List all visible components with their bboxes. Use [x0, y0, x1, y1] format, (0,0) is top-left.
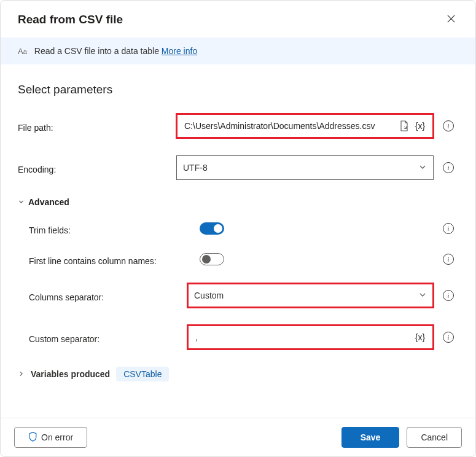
shield-icon	[28, 432, 37, 443]
separator-row: Columns separator: Custom i	[29, 283, 458, 308]
info-icon[interactable]: i	[443, 120, 454, 131]
separator-select[interactable]: Custom	[187, 283, 434, 308]
more-info-link[interactable]: More info	[162, 46, 197, 56]
variable-picker-icon[interactable]: {x}	[413, 119, 427, 133]
encoding-label: Encoding:	[18, 161, 171, 174]
separator-label: Columns separator:	[29, 289, 182, 302]
save-button[interactable]: Save	[341, 427, 400, 448]
chevron-down-icon	[418, 291, 427, 301]
dialog-header: Read from CSV file	[1, 1, 475, 37]
trim-row: Trim fields: i	[29, 222, 458, 235]
file-path-input[interactable]	[183, 120, 395, 131]
trim-toggle[interactable]	[200, 222, 224, 235]
custom-separator-row: Custom separator: {x} i	[29, 325, 458, 350]
info-icon[interactable]: i	[443, 332, 454, 343]
file-picker-icon[interactable]	[397, 119, 411, 133]
first-line-label: First line contains column names:	[29, 252, 195, 266]
variables-produced-label[interactable]: Variables produced	[31, 369, 110, 379]
dialog-title: Read from CSV file	[18, 13, 123, 26]
variable-badge[interactable]: CSVTable	[116, 367, 169, 381]
close-button[interactable]	[444, 12, 458, 28]
chevron-down-icon	[418, 163, 427, 173]
custom-separator-label: Custom separator:	[29, 330, 182, 344]
first-line-toggle[interactable]	[200, 253, 224, 265]
dialog-footer: On error Save Cancel	[1, 418, 475, 456]
info-banner: Aa Read a CSV file into a data table Mor…	[1, 37, 475, 64]
info-icon[interactable]: i	[443, 162, 454, 173]
chevron-right-icon[interactable]	[18, 370, 25, 378]
separator-value: Custom	[194, 291, 418, 300]
encoding-value: UTF-8	[183, 163, 418, 173]
encoding-select[interactable]: UTF-8	[176, 155, 434, 180]
text-case-icon: Aa	[18, 47, 27, 56]
file-path-label: File path:	[18, 119, 171, 133]
variables-produced-row: Variables produced CSVTable	[18, 367, 458, 381]
trim-label: Trim fields:	[29, 222, 195, 235]
banner-text: Read a CSV file into a data table More i…	[34, 46, 197, 56]
chevron-down-icon	[18, 198, 25, 206]
on-error-label: On error	[41, 432, 73, 442]
read-csv-dialog: Read from CSV file Aa Read a CSV file in…	[0, 0, 476, 457]
file-path-input-wrap[interactable]: {x}	[176, 114, 434, 138]
variable-picker-icon[interactable]: {x}	[413, 330, 427, 344]
custom-separator-input-wrap[interactable]: {x}	[187, 325, 434, 350]
advanced-expander[interactable]: Advanced	[18, 197, 458, 207]
info-icon[interactable]: i	[443, 254, 454, 265]
close-icon	[447, 14, 456, 23]
info-icon[interactable]: i	[443, 223, 454, 234]
advanced-label: Advanced	[28, 197, 69, 207]
first-line-row: First line contains column names: i	[29, 252, 458, 266]
cancel-button[interactable]: Cancel	[407, 427, 462, 448]
section-title: Select parameters	[18, 83, 458, 96]
on-error-button[interactable]: On error	[14, 427, 87, 448]
file-path-row: File path: {x} i	[18, 114, 458, 138]
dialog-body: Select parameters File path: {x} i Encod…	[1, 64, 475, 418]
info-icon[interactable]: i	[443, 290, 454, 301]
custom-separator-input[interactable]	[194, 332, 411, 343]
advanced-panel: Trim fields: i First line contains colum…	[18, 222, 458, 350]
encoding-row: Encoding: UTF-8 i	[18, 155, 458, 180]
